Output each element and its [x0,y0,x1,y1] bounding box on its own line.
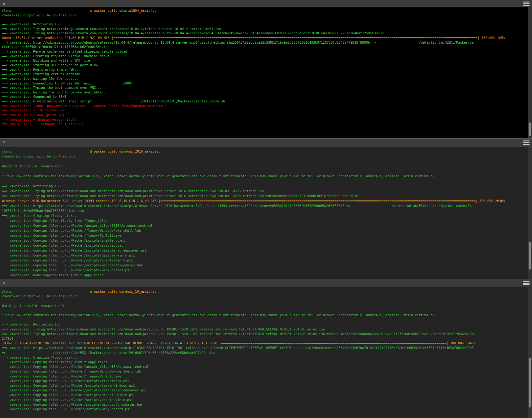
terminal-line: vmware-iso: Copying file: ../../Packer/f… [2,233,532,238]
terminal-line: ==> vmware-iso: Retrieving ISO [2,322,532,327]
terminal-line: vmware-iso: Copying file: ../../Packer/s… [2,268,532,273]
terminal-line: 1055098d7ba8d2d635babf6bb76518512afbde.i… [2,208,532,213]
terminal-line: ==> vmware-iso: [sudo] password for vagr… [2,104,532,108]
terminal-line: 18362.30.190401-1528.19h1_release_svc_re… [2,341,532,346]
terminal-line: ==> vmware-iso: Trying https://software-… [2,327,532,332]
terminal-line: vmware-iso: Copying file: ../../Packer/s… [2,243,532,248]
terminal-line: vmware-iso: Copying file: ../../Packer/s… [2,393,532,397]
terminal-line: ==> vmware-iso: Trying http://cdimage.ub… [2,31,532,36]
scrollbar-thumb[interactable] [529,358,531,407]
menu-icon[interactable] [523,281,530,285]
terminal-line: ==> vmware-iso: Building and writing VMX… [2,58,532,63]
terminal-line [2,317,532,322]
terminal-line: ==> vmware-iso: Remote cache was verifie… [2,49,532,54]
terminal-line: vmware-iso output will be in this color. [2,154,532,159]
scrollbar[interactable] [528,287,532,418]
scrollbar[interactable] [528,147,532,279]
terminal-line: vmware-iso: Copying file: ../../Packer/s… [2,263,532,268]
scrollbar-thumb[interactable] [529,242,531,269]
terminal-line: Warnings for build 'vmware-iso': [2,304,532,308]
terminal-line: vmware-iso: Copying file: ../../Packer/s… [2,398,532,402]
terminal-line: ubuntu-18.04.4-server-amd64.iso 921.00 M… [2,36,532,40]
close-icon[interactable]: ✕ [2,280,6,286]
terminal-line: vmware-iso: Copying file: ../../Packer/f… [2,369,532,374]
terminal-line: vmware-iso: Copying file: ../../Packer/s… [2,383,532,388]
terminal-output-ubuntu[interactable]: clong $ packer build ubuntu1804_esxi.jso… [0,7,532,138]
terminal-line: ==> vmware-iso: https://software-downloa… [2,346,532,350]
terminal-line: ==> vmware-iso: Registering remote VM... [2,67,532,72]
terminal-line: vmware-iso: Copying file: ../../Packer/a… [2,223,532,228]
terminal-line: vmware-iso: Copying file: ../../Packer/a… [2,364,532,369]
terminal-line: * Your vmx data contains the following v… [2,174,532,179]
terminal-line: ==> vmware-iso: Waiting for SSH to becom… [2,90,532,95]
terminal-line: clong $ packer build windows_2016_esxi.j… [2,149,532,154]
terminal-line: ==> vmware-iso: https://software-downloa… [2,203,532,208]
terminal-line: vmware-iso output will be in this color. [2,294,532,299]
terminal-line: vmware-iso: Copying file: ../../Packer/f… [2,374,532,379]
terminal-line: * Your vmx data contains the following v… [2,313,532,317]
terminal-output-windows2016[interactable]: clong $ packer build windows_2016_esxi.j… [0,147,532,279]
terminal-line: vmware-iso: Copying file: ../../Packer/s… [2,388,532,393]
terminal-line: ==> vmware-iso: Trying https://software-… [2,332,532,336]
terminal-line: ==> vmware-iso: Retrieving ISO [2,22,532,27]
terminal-line: Windows_Server_2016_Datacenter_EVAL_en-u… [2,198,532,203]
terminal-line [2,308,532,313]
terminal-line: vmware-iso: Copying file: ../../Packer/s… [2,407,532,412]
terminal-line: vmware-iso: Copying files flatly from fl… [2,218,532,223]
terminal-line: cker_cache/e6d790e1cf0dcbca7fefef75468ac… [2,45,532,49]
terminal-output-windows10[interactable]: clong $ packer build windows_10_esxi.jso… [0,287,532,418]
terminal-line: clong $ packer build ubuntu1804_esxi.jso… [2,8,532,13]
terminal-line: vmware-iso: Copying file: ../../Packer/s… [2,238,532,243]
terminal-line: vmware-iso: Copying file: ../../Packer/s… [2,258,532,263]
pane-titlebar: ✕ [0,0,532,7]
terminal-line: ==> vmware-iso: Creating floppy disk... [2,213,532,218]
terminal-pane-windows10-build: ✕ clong $ packer build windows_10_esxi.j… [0,279,532,418]
terminal-line: ==> vmware-iso: Connecting to VM via VNC… [2,81,532,86]
close-icon[interactable]: ✕ [2,139,6,145]
terminal-line: vmware-iso: Copying file: ../../Packer/f… [2,228,532,233]
terminal-line: ==> vmware-iso: Starting virtual machine… [2,72,532,76]
terminal-line [2,17,532,22]
terminal-line: ==> vmware-iso: + + echoawk -F. {print $… [2,122,532,126]
menu-icon[interactable] [523,140,530,145]
terminal-line: ==> vmware-iso: Trying https://software-… [2,188,532,193]
terminal-line [2,179,532,183]
terminal-line: 2f79b3 [2,336,532,341]
terminal-line: ==> vmware-iso: Waiting 10s for boot... [2,76,532,81]
close-icon[interactable]: ✕ [2,1,6,7]
scrollbar-thumb[interactable] [529,123,531,136]
terminal-line: vmware-iso: Copying file: ../../Packer/s… [2,253,532,258]
terminal-line: vmware-iso: Copying files flatly from fl… [2,360,532,364]
terminal-line: ==> vmware-iso: Typing the boot command … [2,85,532,90]
terminal-line: ==> vmware-iso: Retrieving ISO [2,183,532,188]
terminal-line: ==> vmware-iso: + ubuntu_version=18.04 [2,117,532,122]
terminal-line [2,299,532,303]
terminal-line: ==> vmware-iso: Creating required virtua… [2,54,532,58]
terminal-line: ==> vmware-iso: Starting HTTP server on … [2,63,532,67]
terminal-line [2,159,532,164]
terminal-line: ==> vmware-iso: Provisioning with shell … [2,99,532,104]
terminal-line: ==> vmware-iso: http://cdimage.ubuntu.co… [2,40,532,45]
scrollbar[interactable] [528,7,532,138]
terminal-line: Warnings for build 'vmware-iso': [2,164,532,169]
terminal-line: ==> vmware-iso: Connected to SSH! [2,94,532,99]
terminal-line: => /detectionlab/ESXi/Packer/packer_cach… [2,351,532,355]
terminal-line: clong $ packer build windows_10_esxi.jso… [2,289,532,294]
pane-titlebar: ✕ [0,138,532,147]
terminal-line: ==> vmware-iso: + awk {print $2} [2,113,532,117]
terminal-line: vmware-iso: Copying file: ../../Packer/s… [2,248,532,253]
terminal-line: ==> vmware-iso: + lsb_release -r [2,108,532,113]
terminal-line: ==> vmware-iso: Trying http://cdimage.ub… [2,27,532,31]
terminal-line [2,169,532,174]
terminal-pane-windows2016-build: ✕ clong $ packer build windows_2016_esxi… [0,138,532,279]
terminal-line: ==> vmware-iso: Trying https://software-… [2,193,532,198]
terminal-line: vmware-iso: Done copying files from flop… [2,273,532,278]
menu-icon[interactable] [523,2,530,6]
terminal-line: vmware-iso output will be in this color. [2,13,532,18]
terminal-line: vmware-iso: Copying file: ../../Packer/s… [2,379,532,383]
terminal-line: ==> vmware-iso: Creating floppy disk... [2,355,532,360]
terminal-line: vmware-iso: Copying file: ../../Packer/s… [2,402,532,407]
terminal-pane-ubuntu-build: ✕ clong $ packer build ubuntu1804_esxi.j… [0,0,532,138]
pane-titlebar: ✕ [0,279,532,287]
